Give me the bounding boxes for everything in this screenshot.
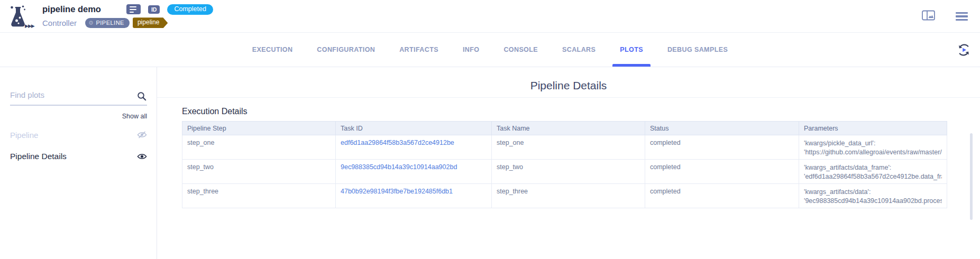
id-badge[interactable]: ID: [148, 5, 160, 14]
cell-status: completed: [645, 184, 799, 208]
app-logo: ▶▶▶: [7, 4, 38, 29]
header-bar: ▶▶▶ pipeline demo ID Completed Controlle…: [0, 0, 980, 33]
search-input[interactable]: [10, 90, 129, 99]
title-divider: [157, 97, 980, 98]
cell-task-name: step_one: [492, 135, 645, 160]
system-tag: ⚙ PIPELINE: [85, 18, 130, 28]
col-task-id: Task ID: [336, 122, 492, 135]
sidebar-item-pipeline-details[interactable]: Pipeline Details: [10, 150, 147, 163]
header-actions: [922, 0, 968, 33]
gear-icon: ⚙: [88, 20, 94, 26]
plot-panel: Pipeline Details Execution Details Pipel…: [157, 67, 980, 259]
table-header-row: Pipeline Step Task ID Task Name Status P…: [182, 122, 947, 135]
system-tag-label: PIPELINE: [96, 20, 124, 26]
cell-status: completed: [645, 135, 799, 160]
tab-debug-samples[interactable]: DEBUG SAMPLES: [660, 33, 735, 67]
cell-parameters: 'kwargs/pickle_data_url': 'https://githu…: [799, 135, 947, 160]
main-scrollbar[interactable]: [970, 133, 973, 220]
cell-parameters: 'kwargs_artifacts/data_frame': 'edf6d1aa…: [799, 160, 947, 184]
tab-console[interactable]: CONSOLE: [496, 33, 545, 67]
table-row: step_three 47b0b92e98194f3fbe7be192485f6…: [182, 184, 947, 208]
user-tag: pipeline: [133, 17, 168, 28]
status-badge: Completed: [167, 4, 213, 15]
col-pipeline-step: Pipeline Step: [182, 122, 336, 135]
cell-task-name: step_two: [492, 160, 645, 184]
tab-scalars[interactable]: SCALARS: [555, 33, 603, 67]
plot-title: Pipeline Details: [157, 79, 980, 92]
description-icon[interactable]: [126, 4, 141, 14]
content-area: Show all Pipeline Pipeline Details: [0, 67, 980, 259]
table-row: step_two 9ec988385cd94b14a39c10914aa902b…: [182, 160, 947, 184]
cell-task-name: step_three: [492, 184, 645, 208]
cell-status: completed: [645, 160, 799, 184]
tab-execution[interactable]: EXECUTION: [245, 33, 300, 67]
page-title: pipeline demo: [42, 4, 101, 14]
cell-step: step_two: [182, 160, 336, 184]
search-icon: [137, 91, 146, 103]
plots-sidebar: Show all Pipeline Pipeline Details: [0, 67, 157, 259]
tab-plots[interactable]: PLOTS: [612, 33, 651, 67]
task-id-link[interactable]: 47b0b92e98194f3fbe7be192485f6db1: [341, 188, 453, 195]
menu-icon[interactable]: [956, 12, 968, 21]
tab-artifacts[interactable]: ARTIFACTS: [392, 33, 446, 67]
task-id-link[interactable]: edf6d1aa29864f58b3a567d2ce4912be: [341, 139, 454, 146]
breadcrumb-project: Controller: [42, 18, 77, 27]
cell-parameters: 'kwargs_artifacts/data': '9ec988385cd94b…: [799, 184, 947, 208]
auto-refresh-icon[interactable]: [957, 43, 970, 57]
col-task-name: Task Name: [492, 122, 645, 135]
execution-details-table: Pipeline Step Task ID Task Name Status P…: [182, 121, 947, 208]
col-parameters: Parameters: [799, 122, 947, 135]
tab-configuration[interactable]: CONFIGURATION: [309, 33, 382, 67]
eye-off-icon[interactable]: [137, 131, 147, 138]
task-id-link[interactable]: 9ec988385cd94b14a39c10914aa902bd: [341, 163, 457, 171]
eye-icon[interactable]: [137, 153, 147, 160]
logo-triangles-icon: ▶▶▶: [25, 24, 34, 29]
col-status: Status: [645, 122, 799, 135]
sidebar-item-label: Pipeline Details: [10, 152, 67, 161]
search-field: [10, 90, 147, 106]
details-panel-icon[interactable]: [922, 10, 935, 23]
section-title: Execution Details: [182, 107, 980, 116]
show-all-link[interactable]: Show all: [10, 113, 147, 120]
app-window: ▶▶▶ pipeline demo ID Completed Controlle…: [0, 0, 980, 259]
title-block: pipeline demo ID Completed Controller ⚙ …: [42, 4, 213, 29]
tab-bar: EXECUTION CONFIGURATION ARTIFACTS INFO C…: [0, 33, 980, 67]
sidebar-item-pipeline[interactable]: Pipeline: [10, 128, 147, 141]
cell-step: step_three: [182, 184, 336, 208]
tab-info[interactable]: INFO: [455, 33, 487, 67]
table-row: step_one edf6d1aa29864f58b3a567d2ce4912b…: [182, 135, 947, 160]
cell-step: step_one: [182, 135, 336, 160]
sidebar-item-label: Pipeline: [10, 131, 38, 140]
